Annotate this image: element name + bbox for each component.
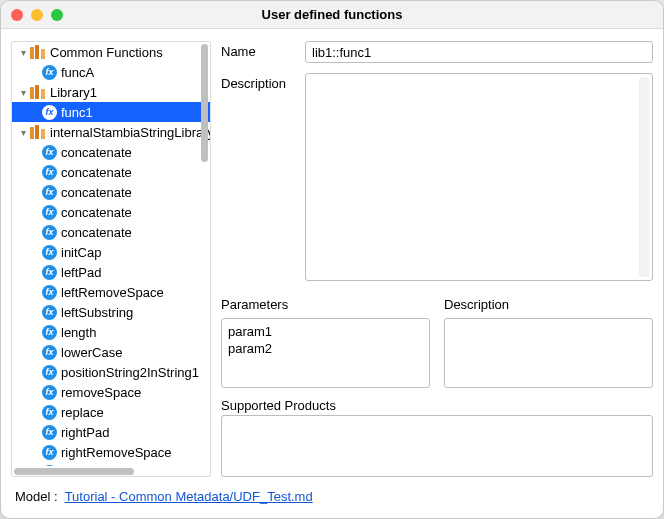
chevron-down-icon[interactable]: ▾	[16, 87, 30, 98]
function-tree[interactable]: ▾Common FunctionsfxfuncA▾Library1fxfunc1…	[12, 42, 210, 466]
tree-function[interactable]: fxleftPad	[12, 262, 210, 282]
window-controls	[11, 9, 63, 21]
tree-function[interactable]: fxinitCap	[12, 242, 210, 262]
model-link[interactable]: Tutorial - Common Metadata/UDF_Test.md	[65, 489, 313, 504]
name-input[interactable]	[305, 41, 653, 63]
tree-label: leftPad	[61, 265, 101, 280]
parameters-label: Parameters	[221, 297, 430, 312]
function-icon: fx	[42, 305, 57, 320]
tree-label: leftSubstring	[61, 305, 133, 320]
tree-function[interactable]: fxlength	[12, 322, 210, 342]
tree-label: removeSpace	[61, 385, 141, 400]
tree-function[interactable]: fxreplace	[12, 402, 210, 422]
supported-label: Supported Products	[221, 398, 653, 413]
tree-library[interactable]: ▾internalStambiaStringLibrary	[12, 122, 210, 142]
function-icon: fx	[42, 365, 57, 380]
tree-label: funcA	[61, 65, 94, 80]
tree-function[interactable]: fxpositionString2InString1	[12, 362, 210, 382]
function-icon: fx	[42, 185, 57, 200]
function-icon: fx	[42, 385, 57, 400]
function-icon: fx	[42, 345, 57, 360]
param-description-box[interactable]	[444, 318, 653, 388]
function-icon: fx	[42, 145, 57, 160]
description-textarea[interactable]	[305, 73, 653, 281]
content: ▾Common FunctionsfxfuncA▾Library1fxfunc1…	[1, 29, 663, 485]
tree-function[interactable]: fxrightSubstring	[12, 462, 210, 466]
tree-function[interactable]: fxfuncA	[12, 62, 210, 82]
function-icon: fx	[42, 405, 57, 420]
name-label: Name	[221, 41, 295, 59]
tree-label: concatenate	[61, 225, 132, 240]
tree-function[interactable]: fxconcatenate	[12, 222, 210, 242]
tree-function[interactable]: fxremoveSpace	[12, 382, 210, 402]
tree-label: concatenate	[61, 145, 132, 160]
tree-label: concatenate	[61, 185, 132, 200]
chevron-down-icon[interactable]: ▾	[16, 127, 30, 138]
function-icon: fx	[42, 325, 57, 340]
titlebar[interactable]: User defined functions	[1, 1, 663, 29]
tree-function[interactable]: fxrightPad	[12, 422, 210, 442]
window-title: User defined functions	[1, 7, 663, 22]
tree-function[interactable]: fxleftSubstring	[12, 302, 210, 322]
tree-label: replace	[61, 405, 104, 420]
tree-label: lowerCase	[61, 345, 122, 360]
window: User defined functions ▾Common Functions…	[0, 0, 664, 519]
function-icon: fx	[42, 445, 57, 460]
function-icon: fx	[42, 425, 57, 440]
parameter-item[interactable]: param2	[228, 340, 423, 357]
tree-label: length	[61, 325, 96, 340]
details-pane: Name Description Parameters param1param2…	[221, 41, 653, 477]
library-icon	[30, 125, 46, 139]
tree-horizontal-scrollbar[interactable]	[12, 466, 210, 476]
function-icon: fx	[42, 245, 57, 260]
function-icon: fx	[42, 205, 57, 220]
tree-label: Common Functions	[50, 45, 163, 60]
parameters-list[interactable]: param1param2	[221, 318, 430, 388]
tree-function[interactable]: fxrightRemoveSpace	[12, 442, 210, 462]
tree-library[interactable]: ▾Common Functions	[12, 42, 210, 62]
zoom-icon[interactable]	[51, 9, 63, 21]
library-icon	[30, 45, 46, 59]
function-icon: fx	[42, 465, 57, 467]
tree-label: rightRemoveSpace	[61, 445, 172, 460]
function-icon: fx	[42, 165, 57, 180]
tree-label: rightSubstring	[61, 465, 141, 467]
tree-function[interactable]: fxfunc1	[12, 102, 210, 122]
tree-function[interactable]: fxconcatenate	[12, 182, 210, 202]
tree-function[interactable]: fxconcatenate	[12, 142, 210, 162]
footer: Model : Tutorial - Common Metadata/UDF_T…	[1, 485, 663, 518]
minimize-icon[interactable]	[31, 9, 43, 21]
tree-label: initCap	[61, 245, 101, 260]
tree-label: positionString2InString1	[61, 365, 199, 380]
library-icon	[30, 85, 46, 99]
close-icon[interactable]	[11, 9, 23, 21]
tree-vertical-scrollbar[interactable]	[201, 44, 208, 162]
function-icon: fx	[42, 225, 57, 240]
tree-function[interactable]: fxconcatenate	[12, 202, 210, 222]
tree-function[interactable]: fxconcatenate	[12, 162, 210, 182]
model-label: Model :	[15, 489, 58, 504]
tree-pane: ▾Common FunctionsfxfuncA▾Library1fxfunc1…	[11, 41, 211, 477]
supported-products-box[interactable]	[221, 415, 653, 477]
function-icon: fx	[42, 265, 57, 280]
tree-function[interactable]: fxlowerCase	[12, 342, 210, 362]
chevron-down-icon[interactable]: ▾	[16, 47, 30, 58]
tree-library[interactable]: ▾Library1	[12, 82, 210, 102]
function-icon: fx	[42, 65, 57, 80]
tree-label: concatenate	[61, 205, 132, 220]
tree-label: internalStambiaStringLibrary	[50, 125, 210, 140]
function-icon: fx	[42, 105, 57, 120]
param-description-label: Description	[444, 297, 653, 312]
tree-label: Library1	[50, 85, 97, 100]
parameter-item[interactable]: param1	[228, 323, 423, 340]
tree-label: rightPad	[61, 425, 109, 440]
tree-label: concatenate	[61, 165, 132, 180]
description-label: Description	[221, 73, 295, 91]
tree-label: func1	[61, 105, 93, 120]
function-icon: fx	[42, 285, 57, 300]
tree-function[interactable]: fxleftRemoveSpace	[12, 282, 210, 302]
tree-label: leftRemoveSpace	[61, 285, 164, 300]
